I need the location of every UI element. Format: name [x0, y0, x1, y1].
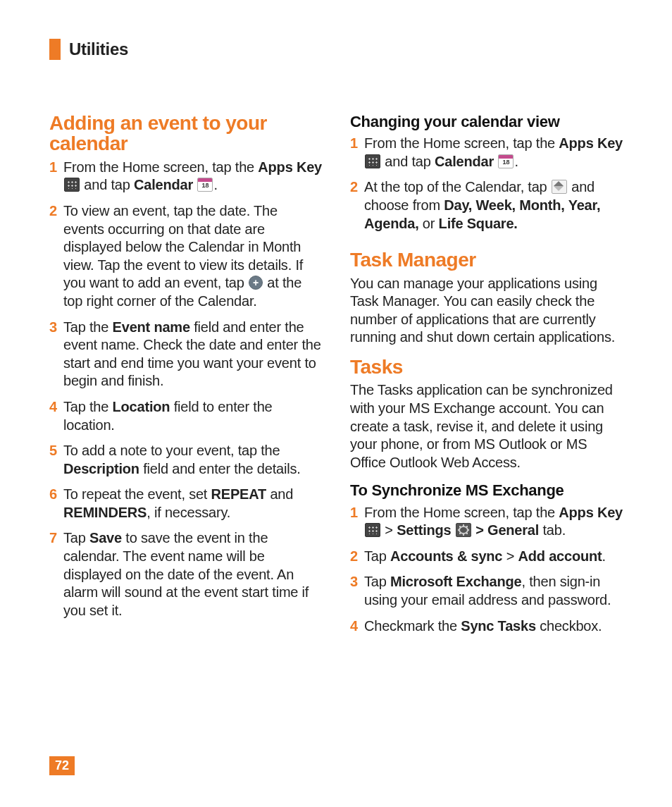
step-text: , if necessary. [147, 505, 230, 520]
step-item: Tap Accounts & sync > Add account. [350, 548, 623, 566]
calendar-label: Calendar [435, 154, 494, 169]
step-text: Tap the [63, 399, 113, 414]
step-text: From the Home screen, tap the [364, 135, 559, 151]
step-text: . [213, 177, 217, 192]
accounts-sync-label: Accounts & sync [390, 548, 502, 564]
save-label: Save [89, 530, 122, 546]
step-text: field and enter the details. [139, 461, 301, 476]
step-text: > [381, 522, 397, 538]
step-text: tab. [539, 522, 566, 538]
step-item: From the Home screen, tap the Apps Key a… [49, 159, 322, 195]
event-name-label: Event name [113, 319, 190, 335]
steps-adding-event: From the Home screen, tap the Apps Key a… [49, 159, 322, 620]
sync-tasks-label: Sync Tasks [461, 618, 536, 634]
step-item: At the top of the Calendar, tap and choo… [350, 178, 623, 233]
step-item: From the Home screen, tap the Apps Key >… [350, 504, 623, 540]
heading-adding-event: Adding an event to your calendar [49, 113, 322, 154]
step-item: From the Home screen, tap the Apps Key a… [350, 135, 623, 171]
step-text: . [602, 548, 605, 564]
step-item: Tap the Location field to enter the loca… [49, 398, 322, 434]
heading-tasks: Tasks [350, 357, 623, 377]
step-text: or [419, 216, 439, 231]
step-text: and tap [381, 154, 435, 169]
content-columns: Adding an event to your calendar From th… [49, 113, 623, 646]
reminders-label: REMINDERS [63, 505, 147, 520]
step-item: Tap the Event name field and enter the e… [49, 319, 322, 390]
ms-exchange-label: Microsoft Exchange [390, 574, 521, 589]
step-item: Tap Microsoft Exchange, then sign-in usi… [350, 573, 623, 609]
paragraph-task-manager: You can manage your applications using T… [350, 275, 623, 347]
step-text: To repeat the event, set [63, 486, 211, 502]
apps-key-label: Apps Key [559, 135, 623, 151]
general-tab-label: > General [472, 522, 539, 538]
step-item: To repeat the event, set REPEAT and REMI… [49, 486, 322, 522]
add-event-icon [249, 276, 263, 290]
page-header: Utilities [49, 39, 623, 60]
step-text: At the top of the Calendar, tap [364, 179, 551, 195]
step-text: and [266, 486, 293, 502]
manual-page: Utilities Adding an event to your calend… [0, 0, 672, 807]
step-text: checkbox. [536, 618, 602, 634]
step-text: From the Home screen, tap the [63, 159, 258, 175]
step-text: Tap [63, 530, 89, 546]
right-column: Changing your calendar view From the Hom… [350, 113, 623, 646]
apps-key-label: Apps Key [559, 505, 623, 520]
steps-sync-exchange: From the Home screen, tap the Apps Key >… [350, 504, 623, 636]
page-number: 72 [49, 756, 75, 775]
step-text: and tap [80, 177, 134, 192]
apps-key-icon [64, 178, 80, 192]
step-text: . [514, 154, 518, 169]
step-text: From the Home screen, tap the [364, 505, 559, 520]
header-accent-bar [49, 39, 61, 60]
step-text: Tap [364, 548, 390, 564]
step-item: Checkmark the Sync Tasks checkbox. [350, 617, 623, 636]
paragraph-tasks: The Tasks application can be synchronize… [350, 381, 623, 472]
left-column: Adding an event to your calendar From th… [49, 113, 322, 646]
edit-view-icon [552, 180, 567, 194]
step-text: Checkmark the [364, 618, 461, 634]
heading-change-view: Changing your calendar view [350, 113, 623, 130]
add-account-label: Add account [518, 548, 602, 564]
step-item: Tap Save to save the event in the calend… [49, 529, 322, 620]
steps-change-view: From the Home screen, tap the Apps Key a… [350, 135, 623, 233]
location-label: Location [113, 399, 170, 414]
settings-label: Settings [397, 522, 451, 538]
heading-sync-exchange: To Synchronize MS Exchange [350, 481, 623, 499]
settings-icon [456, 523, 471, 537]
calendar-label: Calendar [134, 177, 193, 192]
step-text: > [502, 548, 518, 564]
step-text: To add a note to your event, tap the [63, 443, 280, 458]
life-square-label: Life Square. [439, 216, 518, 231]
step-item: To add a note to your event, tap the Des… [49, 442, 322, 478]
step-item: To view an event, tap the date. The even… [49, 202, 322, 311]
apps-key-icon [365, 154, 380, 168]
calendar-icon [498, 154, 514, 168]
repeat-label: REPEAT [211, 486, 266, 502]
apps-key-label: Apps Key [258, 159, 322, 175]
step-text: Tap [364, 574, 390, 589]
apps-key-icon [365, 523, 380, 537]
step-text: Tap the [63, 319, 113, 335]
description-label: Description [63, 461, 139, 476]
calendar-icon [197, 178, 213, 192]
heading-task-manager: Task Manager [350, 250, 623, 270]
header-title: Utilities [69, 39, 128, 59]
